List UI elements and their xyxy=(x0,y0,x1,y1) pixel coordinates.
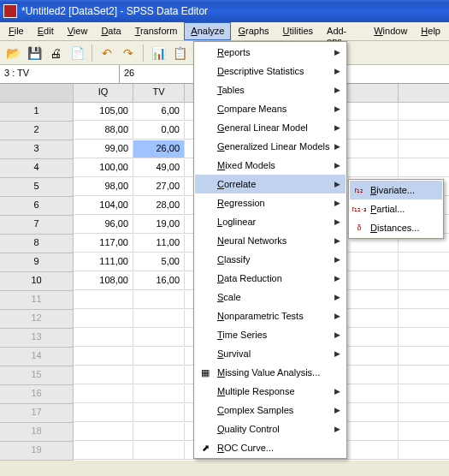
menu-item-time-series[interactable]: Time Series▶ xyxy=(195,325,346,344)
row-header[interactable]: 14 xyxy=(0,348,74,366)
cell-iq[interactable]: 117,00 xyxy=(74,235,133,253)
cell-empty[interactable] xyxy=(74,404,133,422)
cell-empty[interactable] xyxy=(399,442,449,460)
cell-empty[interactable] xyxy=(74,366,133,384)
cell-reference[interactable]: 3 : TV xyxy=(0,65,120,83)
cell-empty[interactable] xyxy=(74,385,133,403)
goto-icon[interactable]: 📊 xyxy=(149,44,168,62)
cell-empty[interactable] xyxy=(347,291,399,309)
cell-empty[interactable] xyxy=(347,404,399,422)
menu-utilities[interactable]: Utilities xyxy=(276,22,320,40)
cell-tv[interactable]: 19,00 xyxy=(133,216,185,234)
cell-empty[interactable] xyxy=(74,310,133,328)
menu-item-correlate[interactable]: Correlate▶ xyxy=(195,175,346,193)
menu-item-nonparametric-tests[interactable]: Nonparametric Tests▶ xyxy=(195,306,346,325)
submenu-item-bivariate-[interactable]: r₁₂Bivariate... xyxy=(350,181,442,199)
menu-item-data-reduction[interactable]: Data Reduction▶ xyxy=(195,269,346,288)
cell-tv[interactable]: 6,00 xyxy=(133,103,185,121)
cell-empty[interactable] xyxy=(133,310,185,328)
menu-item-compare-means[interactable]: Compare Means▶ xyxy=(195,99,346,118)
menu-item-neural-networks[interactable]: Neural Networks▶ xyxy=(195,231,346,250)
row-header[interactable]: 12 xyxy=(0,310,74,329)
cell-empty[interactable] xyxy=(133,348,185,366)
menu-item-reports[interactable]: Reports▶ xyxy=(195,43,346,62)
undo-icon[interactable]: ↶ xyxy=(97,44,116,62)
cell-empty[interactable] xyxy=(347,310,399,328)
cell-empty[interactable] xyxy=(399,329,449,347)
row-header[interactable]: 9 xyxy=(0,253,74,272)
cell-empty[interactable] xyxy=(74,348,133,366)
cell-empty[interactable] xyxy=(347,159,399,177)
menu-graphs[interactable]: Graphs xyxy=(231,22,275,40)
cell-empty[interactable] xyxy=(399,423,449,441)
cell-empty[interactable] xyxy=(133,423,185,441)
cell-tv[interactable]: 27,00 xyxy=(133,178,185,196)
row-header[interactable]: 10 xyxy=(0,272,74,291)
cell-empty[interactable] xyxy=(347,140,399,158)
cell-iq[interactable]: 104,00 xyxy=(74,197,133,215)
row-header[interactable]: 3 xyxy=(0,140,74,159)
cell-empty[interactable] xyxy=(74,329,133,347)
row-header[interactable]: 18 xyxy=(0,423,74,442)
open-icon[interactable]: 📂 xyxy=(3,44,22,62)
cell-iq[interactable]: 88,00 xyxy=(74,122,133,140)
menu-item-loglinear[interactable]: Loglinear▶ xyxy=(195,212,346,231)
cell-tv[interactable]: 49,00 xyxy=(133,159,185,177)
menu-item-scale[interactable]: Scale▶ xyxy=(195,288,346,306)
menu-addons[interactable]: Add-ons xyxy=(320,22,367,40)
menu-item-multiple-response[interactable]: Multiple Response▶ xyxy=(195,382,346,401)
cell-empty[interactable] xyxy=(347,272,399,290)
menu-transform[interactable]: Transform xyxy=(128,22,185,40)
menu-item-complex-samples[interactable]: Complex Samples▶ xyxy=(195,401,346,419)
cell-empty[interactable] xyxy=(399,272,449,290)
cell-empty[interactable] xyxy=(133,442,185,460)
cell-tv[interactable]: 26,00 xyxy=(133,140,185,158)
menu-item-regression[interactable]: Regression▶ xyxy=(195,193,346,212)
print-icon[interactable]: 🖨 xyxy=(46,44,65,62)
cell-tv[interactable]: 28,00 xyxy=(133,197,185,215)
submenu-item-distances-[interactable]: δDistances... xyxy=(350,218,442,237)
col-header-iq[interactable]: IQ xyxy=(74,84,133,103)
cell-iq[interactable]: 105,00 xyxy=(74,103,133,121)
cell-empty[interactable] xyxy=(399,310,449,328)
cell-empty[interactable] xyxy=(399,103,449,121)
cell-empty[interactable] xyxy=(74,423,133,441)
menu-view[interactable]: View xyxy=(61,22,95,40)
menu-item-mixed-models[interactable]: Mixed Models▶ xyxy=(195,156,346,175)
cell-empty[interactable] xyxy=(74,291,133,309)
cell-tv[interactable]: 0,00 xyxy=(133,122,185,140)
cell-empty[interactable] xyxy=(74,442,133,460)
cell-empty[interactable] xyxy=(399,159,449,177)
menu-item-generalized-linear-models[interactable]: Generalized Linear Models▶ xyxy=(195,137,346,156)
cell-iq[interactable]: 98,00 xyxy=(74,178,133,196)
menu-item-general-linear-model[interactable]: General Linear Model▶ xyxy=(195,118,346,137)
cell-empty[interactable] xyxy=(399,348,449,366)
menu-edit[interactable]: Edit xyxy=(31,22,61,40)
cell-tv[interactable]: 16,00 xyxy=(133,272,185,290)
variables-icon[interactable]: 📋 xyxy=(170,44,189,62)
row-header[interactable]: 15 xyxy=(0,366,74,385)
cell-empty[interactable] xyxy=(399,404,449,422)
cell-empty[interactable] xyxy=(133,291,185,309)
cell-empty[interactable] xyxy=(399,122,449,140)
cell-empty[interactable] xyxy=(347,348,399,366)
menu-help[interactable]: Help xyxy=(414,22,447,40)
cell-tv[interactable]: 5,00 xyxy=(133,253,185,271)
cell-iq[interactable]: 99,00 xyxy=(74,140,133,158)
cell-empty[interactable] xyxy=(347,329,399,347)
row-header[interactable]: 11 xyxy=(0,291,74,310)
row-header[interactable]: 19 xyxy=(0,442,74,461)
row-header[interactable]: 8 xyxy=(0,235,74,253)
cell-empty[interactable] xyxy=(347,366,399,384)
cell-empty[interactable] xyxy=(399,366,449,384)
cell-empty[interactable] xyxy=(133,404,185,422)
submenu-item-partial-[interactable]: r₁₂·₃Partial... xyxy=(350,199,442,218)
cell-empty[interactable] xyxy=(347,442,399,460)
menu-item-tables[interactable]: Tables▶ xyxy=(195,80,346,99)
menu-data[interactable]: Data xyxy=(94,22,127,40)
export-icon[interactable]: 📄 xyxy=(68,44,86,62)
cell-empty[interactable] xyxy=(347,103,399,121)
save-icon[interactable]: 💾 xyxy=(25,44,44,62)
row-header[interactable]: 17 xyxy=(0,404,74,423)
menu-item-roc-curve-[interactable]: ⬈ROC Curve... xyxy=(195,438,346,457)
